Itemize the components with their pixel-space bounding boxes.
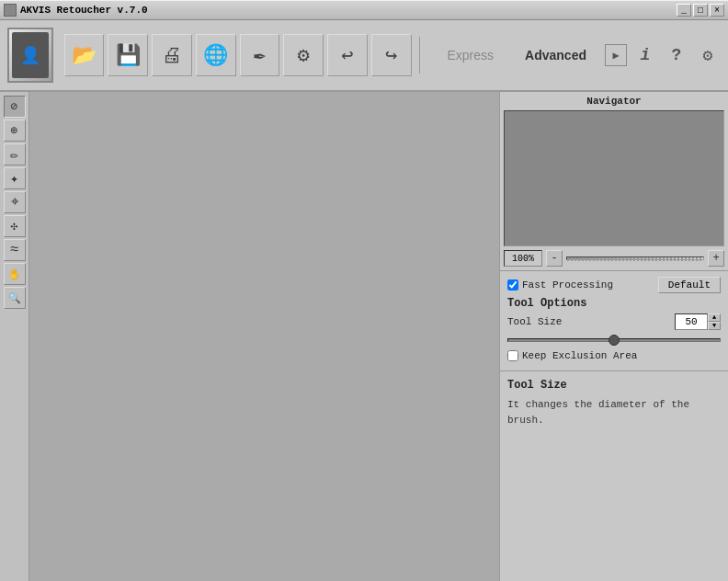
select-icon: ⊕ — [11, 123, 18, 138]
tab-express[interactable]: Express — [435, 44, 507, 66]
minimize-button[interactable]: _ — [677, 4, 691, 17]
keep-exclusion-wrap: Keep Exclusion Area — [507, 350, 637, 361]
tool-smudge[interactable]: ≈ — [4, 239, 26, 261]
run-button[interactable]: ▶ — [605, 44, 627, 66]
tool-options-label: Tool Options — [507, 297, 586, 310]
maximize-button[interactable]: □ — [693, 4, 708, 17]
tool-brush[interactable]: ✏ — [4, 143, 26, 165]
settings-icon: ⚙ — [298, 43, 310, 68]
redo-icon: ↪ — [385, 43, 397, 68]
keep-exclusion-checkbox[interactable] — [507, 350, 518, 361]
info-icon: i — [641, 46, 651, 64]
tab-advanced[interactable]: Advanced — [512, 44, 599, 66]
tool-zoom[interactable]: 🔍 — [4, 287, 26, 309]
title-controls[interactable]: _ □ × — [677, 4, 724, 17]
main-area: ⊘ ⊕ ✏ ✦ ⌖ ✣ ≈ ✋ 🔍 Navigator — [0, 92, 728, 581]
tool-select[interactable]: ⊕ — [4, 120, 26, 142]
app-icon — [4, 4, 17, 17]
tool-size-down[interactable]: ▼ — [708, 322, 721, 330]
zoom-input[interactable] — [504, 250, 542, 267]
tool-size-row: Tool Size ▲ ▼ — [507, 313, 721, 330]
pen-icon: ✒ — [254, 43, 266, 68]
fast-processing-label: Fast Processing — [522, 279, 613, 290]
logo-icon: 👤 — [12, 32, 49, 78]
title-bar: AKVIS Retoucher v.7.0 _ □ × — [0, 0, 728, 20]
web-icon: 🌐 — [203, 43, 228, 68]
smudge-icon: ≈ — [10, 242, 19, 258]
close-button[interactable]: × — [710, 4, 724, 17]
save-button[interactable]: 💾 — [108, 34, 148, 76]
help-icon: ? — [672, 46, 682, 64]
open-icon: 📂 — [72, 43, 97, 68]
navigator-view — [504, 110, 724, 246]
config-icon: ⚙ — [703, 45, 713, 65]
tools-panel: ⊘ ⊕ ✏ ✦ ⌖ ✣ ≈ ✋ 🔍 — [0, 92, 29, 581]
tab-area: Express Advanced ▶ i ? ⚙ — [435, 42, 722, 68]
tool-size-up[interactable]: ▲ — [708, 313, 721, 322]
navigator-zoom-bar: - + — [504, 250, 724, 267]
app-title: AKVIS Retoucher v.7.0 — [20, 5, 148, 16]
help-title: Tool Size — [507, 379, 721, 392]
tool-size-spinners: ▲ ▼ — [708, 313, 721, 330]
keep-exclusion-row: Keep Exclusion Area — [507, 350, 721, 361]
settings-button[interactable]: ⚙ — [283, 34, 324, 76]
options-section: Fast Processing Default Tool Options Too… — [500, 271, 728, 371]
pen-button[interactable]: ✒ — [240, 34, 280, 76]
tool-eraser[interactable]: ⊘ — [4, 96, 26, 118]
navigator-section: Navigator - + — [500, 92, 728, 271]
save-icon: 💾 — [116, 43, 141, 68]
redo-button[interactable]: ↪ — [371, 34, 412, 76]
app-logo: 👤 — [7, 28, 53, 83]
tool-size-slider-wrap — [507, 334, 721, 347]
run-icon: ▶ — [612, 49, 619, 63]
zoom-out-button[interactable]: - — [546, 250, 563, 267]
eraser-icon: ⊘ — [11, 99, 18, 114]
zoom-icon: 🔍 — [8, 292, 21, 304]
tool-lasso[interactable]: ⌖ — [4, 191, 26, 213]
zoom-slider[interactable] — [566, 256, 704, 260]
zoom-in-button[interactable]: + — [708, 250, 724, 267]
navigator-title: Navigator — [504, 96, 724, 107]
fast-processing-wrap: Fast Processing — [507, 279, 613, 290]
tool-size-input-wrap: ▲ ▼ — [675, 313, 721, 330]
undo-icon: ↩ — [341, 43, 353, 68]
print-button[interactable]: 🖨 — [152, 34, 192, 76]
default-button[interactable]: Default — [658, 277, 721, 293]
toolbar-separator — [419, 37, 420, 74]
toolbar: 👤 📂 💾 🖨 🌐 ✒ ⚙ ↩ ↪ Express Advanced ▶ i ? — [0, 20, 728, 92]
magic-wand-icon: ✦ — [10, 170, 18, 188]
info-button[interactable]: i — [632, 42, 658, 68]
lasso-icon: ⌖ — [11, 194, 18, 211]
tool-size-input[interactable] — [675, 313, 708, 330]
config-button[interactable]: ⚙ — [695, 42, 721, 68]
tool-size-label: Tool Size — [507, 316, 562, 327]
brush-icon: ✏ — [10, 146, 18, 164]
canvas-area[interactable] — [29, 92, 500, 581]
right-panel: Navigator - + Fast Processing Default — [500, 92, 728, 581]
title-left: AKVIS Retoucher v.7.0 — [4, 4, 148, 17]
tool-options-heading-row: Tool Options — [507, 297, 721, 310]
undo-button[interactable]: ↩ — [327, 34, 368, 76]
help-button[interactable]: ? — [664, 42, 689, 68]
hand-icon: ✋ — [8, 268, 21, 280]
keep-exclusion-label: Keep Exclusion Area — [522, 350, 637, 361]
help-section: Tool Size It changes the diameter of the… — [500, 371, 728, 581]
fast-processing-row: Fast Processing Default — [507, 277, 721, 293]
open-button[interactable]: 📂 — [64, 34, 105, 76]
tool-clone[interactable]: ✣ — [4, 215, 26, 237]
web-button[interactable]: 🌐 — [196, 34, 236, 76]
tool-size-slider[interactable] — [507, 334, 721, 347]
help-text: It changes the diameter of the brush. — [507, 397, 721, 427]
clone-icon: ✣ — [11, 219, 18, 234]
tool-magic-wand[interactable]: ✦ — [4, 167, 26, 189]
fast-processing-checkbox[interactable] — [507, 279, 518, 290]
tool-hand[interactable]: ✋ — [4, 263, 26, 285]
print-icon: 🖨 — [162, 43, 182, 68]
